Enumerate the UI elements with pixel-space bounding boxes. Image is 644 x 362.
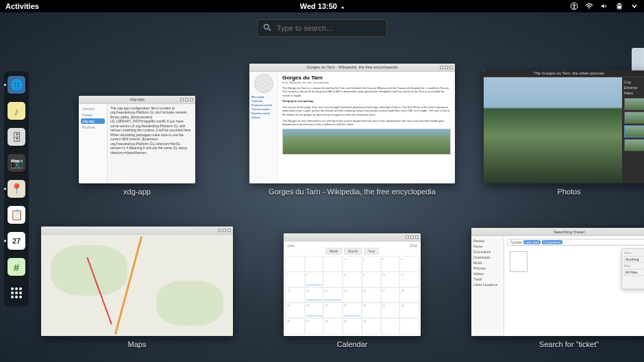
- place-item: Pictures: [473, 266, 501, 271]
- dash-camera[interactable]: 📷: [7, 153, 26, 172]
- dash-maps[interactable]: 📍: [7, 179, 26, 198]
- workspace-1[interactable]: [632, 48, 644, 73]
- window-label: Gorges du Tarn - Wikipedia, the free enc…: [269, 188, 436, 196]
- photo-tool: Filters: [624, 90, 645, 96]
- photo-canvas: [484, 77, 622, 183]
- dash-polari[interactable]: #: [7, 257, 26, 276]
- panorama-image: [282, 129, 451, 155]
- window-label: xdg-app: [123, 188, 151, 196]
- window-label: Calendar: [337, 340, 368, 348]
- accessibility-icon: [570, 2, 578, 10]
- svg-point-5: [264, 24, 269, 29]
- dash-calendar[interactable]: 27: [7, 231, 26, 250]
- place-item: Downloads: [473, 255, 501, 260]
- place-item: Videos: [473, 271, 501, 276]
- dash-web-browser[interactable]: 🌐: [7, 75, 26, 94]
- clock-label: Wed 13:50: [300, 2, 337, 10]
- place-item: Music: [473, 260, 501, 266]
- window-label: Search for "ticket": [539, 340, 599, 348]
- window-label: Maps: [128, 340, 147, 348]
- overview-search[interactable]: [257, 19, 387, 37]
- clock[interactable]: Wed 13:50: [300, 2, 344, 10]
- window-xdg-app[interactable]: xdg-app General Details xdg-app Runtime …: [79, 96, 195, 183]
- sidebar-item: Details: [81, 112, 105, 118]
- place-item: Trash: [473, 276, 501, 282]
- dash-music[interactable]: ♪: [7, 101, 26, 120]
- photo-thumb: [624, 125, 645, 138]
- svg-rect-3: [619, 3, 621, 5]
- window-title: Gorges du Tarn - Wikipedia, the free enc…: [307, 65, 398, 69]
- svg-rect-4: [618, 5, 621, 8]
- volume-icon: [600, 2, 608, 10]
- sidebar-item: Runtime: [81, 125, 105, 130]
- window-wikipedia[interactable]: Gorges du Tarn - Wikipedia, the free enc…: [249, 64, 455, 183]
- wikipedia-logo-icon: [254, 74, 273, 93]
- dash-todo[interactable]: 📋: [7, 205, 26, 224]
- window-title: xdg-app: [129, 97, 145, 101]
- photo-thumb: [624, 98, 645, 110]
- show-applications-button[interactable]: [7, 283, 26, 302]
- sidebar-item: xdg-app: [81, 118, 105, 124]
- window-title: Searching Travel: [554, 230, 584, 234]
- file-search-bar: 🔍 ticket Last used Documents: [507, 239, 644, 246]
- svg-line-6: [269, 29, 271, 31]
- view-toggle: Week: [325, 248, 343, 255]
- dash-files[interactable]: 🗄: [7, 127, 26, 146]
- photo-tool: Crop: [624, 79, 645, 85]
- window-file-search[interactable]: Searching Travel Recent Home Documents D…: [471, 228, 644, 336]
- apps-grid-icon: [11, 287, 22, 298]
- view-toggle: Month: [344, 248, 362, 255]
- search-input[interactable]: [277, 24, 381, 32]
- activities-button[interactable]: Activities: [5, 2, 39, 10]
- place-item: Home: [473, 244, 501, 249]
- dash: 🌐 ♪ 🗄 📷 📍 📋 27 #: [4, 71, 29, 307]
- place-item: Recent: [473, 238, 501, 244]
- chevron-down-icon: [630, 2, 639, 10]
- battery-icon: [615, 2, 623, 10]
- calendar-grid: 1234 567891011 12131415161718 1920212223…: [286, 256, 419, 334]
- sidebar-item: General: [81, 106, 105, 112]
- search-filter-popover: When Anything What All Files: [621, 248, 644, 289]
- window-photos[interactable]: The Gorges du Tarn, the other pictures C…: [484, 70, 645, 183]
- photo-thumb: [624, 112, 645, 124]
- content-text: The xdg-app configuration file is locate…: [108, 104, 195, 183]
- photo-thumb: [624, 139, 645, 151]
- svg-point-1: [573, 4, 575, 5]
- article-title: Gorges du Tarn: [282, 75, 451, 81]
- window-maps[interactable]: [41, 227, 233, 336]
- system-tray[interactable]: [570, 2, 639, 10]
- map-canvas: [41, 235, 233, 336]
- place-item: Other Locations: [473, 282, 501, 287]
- notification-dot-icon: [340, 2, 344, 10]
- window-label: Photos: [557, 188, 580, 196]
- window-title: The Gorges du Tarn, the other pictures: [534, 71, 604, 75]
- view-toggle: Year: [364, 248, 379, 255]
- search-icon: [263, 23, 271, 34]
- photo-tool: Enhance: [624, 85, 645, 90]
- wifi-icon: [585, 2, 593, 10]
- window-calendar[interactable]: June 2016 Week Month Year 1234 567891011…: [284, 233, 421, 336]
- place-item: Documents: [473, 249, 501, 255]
- file-result: [510, 251, 528, 272]
